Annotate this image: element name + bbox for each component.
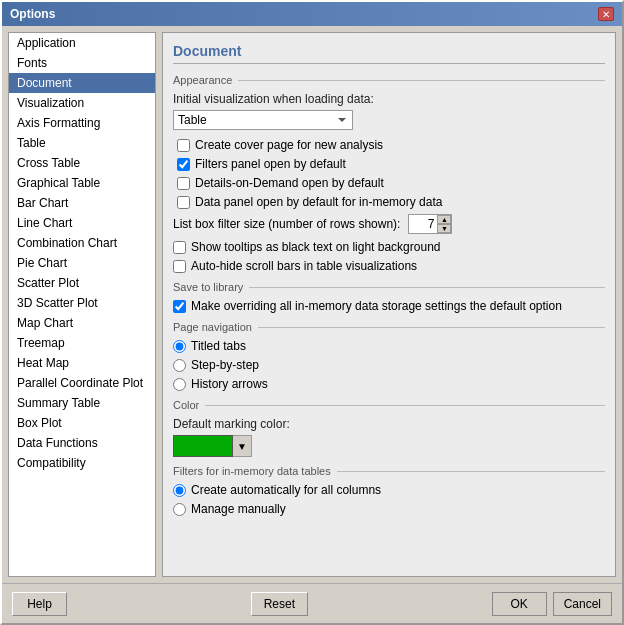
cover-page-checkbox[interactable] — [177, 139, 190, 152]
tooltips-label: Show tooltips as black text on light bac… — [191, 240, 440, 254]
manage-manual-row: Manage manually — [173, 502, 605, 516]
reset-button[interactable]: Reset — [251, 592, 308, 616]
sidebar-item-map-chart[interactable]: Map Chart — [9, 313, 155, 333]
list-box-label: List box filter size (number of rows sho… — [173, 217, 400, 231]
history-arrows-label: History arrows — [191, 377, 268, 391]
titled-tabs-label: Titled tabs — [191, 339, 246, 353]
cover-page-row: Create cover page for new analysis — [177, 138, 605, 152]
scrollbars-label: Auto-hide scroll bars in table visualiza… — [191, 259, 417, 273]
list-box-input[interactable] — [409, 216, 437, 232]
history-arrows-radio[interactable] — [173, 378, 186, 391]
scrollbars-row: Auto-hide scroll bars in table visualiza… — [173, 259, 605, 273]
help-button[interactable]: Help — [12, 592, 67, 616]
sidebar-item-3d-scatter-plot[interactable]: 3D Scatter Plot — [9, 293, 155, 313]
sidebar-item-treemap[interactable]: Treemap — [9, 333, 155, 353]
close-button[interactable]: ✕ — [598, 7, 614, 21]
sidebar-item-graphical-table[interactable]: Graphical Table — [9, 173, 155, 193]
step-by-step-row: Step-by-step — [173, 358, 605, 372]
sidebar-item-combination-chart[interactable]: Combination Chart — [9, 233, 155, 253]
viz-select[interactable]: TableBar ChartLine ChartScatter Plot — [173, 110, 353, 130]
step-by-step-label: Step-by-step — [191, 358, 259, 372]
step-by-step-radio[interactable] — [173, 359, 186, 372]
details-on-demand-row: Details-on-Demand open by default — [177, 176, 605, 190]
details-on-demand-label: Details-on-Demand open by default — [195, 176, 384, 190]
sidebar-item-line-chart[interactable]: Line Chart — [9, 213, 155, 233]
sidebar-item-pie-chart[interactable]: Pie Chart — [9, 253, 155, 273]
data-panel-checkbox[interactable] — [177, 196, 190, 209]
tooltips-checkbox[interactable] — [173, 241, 186, 254]
window-title: Options — [10, 7, 55, 21]
filters-panel-row: Filters panel open by default — [177, 157, 605, 171]
sidebar-item-visualization[interactable]: Visualization — [9, 93, 155, 113]
filters-panel-label: Filters panel open by default — [195, 157, 346, 171]
sidebar-item-bar-chart[interactable]: Bar Chart — [9, 193, 155, 213]
title-bar: Options ✕ — [2, 2, 622, 26]
spinner-up[interactable]: ▲ — [437, 215, 451, 224]
sidebar-item-summary-table[interactable]: Summary Table — [9, 393, 155, 413]
page-nav-radios: Titled tabsStep-by-stepHistory arrows — [173, 339, 605, 391]
save-lib-row: Make overriding all in-memory data stora… — [173, 299, 605, 313]
spinner-buttons: ▲ ▼ — [437, 215, 451, 233]
history-arrows-row: History arrows — [173, 377, 605, 391]
cancel-button[interactable]: Cancel — [553, 592, 612, 616]
scrollbars-checkbox[interactable] — [173, 260, 186, 273]
bottom-bar: Help Reset OK Cancel — [2, 583, 622, 623]
marking-color-label: Default marking color: — [173, 417, 605, 431]
create-auto-radio[interactable] — [173, 484, 186, 497]
sidebar-item-table[interactable]: Table — [9, 133, 155, 153]
sidebar-item-heat-map[interactable]: Heat Map — [9, 353, 155, 373]
color-row: ▼ — [173, 435, 605, 457]
panel-title: Document — [173, 43, 605, 64]
create-auto-row: Create automatically for all columns — [173, 483, 605, 497]
ok-button[interactable]: OK — [492, 592, 547, 616]
color-dropdown-btn[interactable]: ▼ — [233, 435, 252, 457]
manage-manual-label: Manage manually — [191, 502, 286, 516]
color-section-label: Color — [173, 399, 605, 411]
sidebar-item-compatibility[interactable]: Compatibility — [9, 453, 155, 473]
data-panel-label: Data panel open by default for in-memory… — [195, 195, 442, 209]
sidebar-item-application[interactable]: Application — [9, 33, 155, 53]
list-box-row: List box filter size (number of rows sho… — [173, 214, 605, 234]
sidebar-item-fonts[interactable]: Fonts — [9, 53, 155, 73]
filter-radios: Create automatically for all columnsMana… — [173, 483, 605, 516]
sidebar-item-scatter-plot[interactable]: Scatter Plot — [9, 273, 155, 293]
sidebar-item-cross-table[interactable]: Cross Table — [9, 153, 155, 173]
create-auto-label: Create automatically for all columns — [191, 483, 381, 497]
viz-dropdown-container: TableBar ChartLine ChartScatter Plot — [173, 110, 605, 130]
cover-page-label: Create cover page for new analysis — [195, 138, 383, 152]
save-lib-checkbox[interactable] — [173, 300, 186, 313]
sidebar: ApplicationFontsDocumentVisualizationAxi… — [8, 32, 156, 577]
color-swatch[interactable] — [173, 435, 233, 457]
filters-panel-checkbox[interactable] — [177, 158, 190, 171]
save-lib-label: Make overriding all in-memory data stora… — [191, 299, 562, 313]
main-panel: Document Appearance Initial visualizatio… — [162, 32, 616, 577]
options-window: Options ✕ ApplicationFontsDocumentVisual… — [0, 0, 624, 625]
bottom-right-btns: OK Cancel — [492, 592, 612, 616]
viz-field-label: Initial visualization when loading data: — [173, 92, 605, 106]
appearance-checkboxes: Create cover page for new analysisFilter… — [173, 138, 605, 209]
filters-section-label: Filters for in-memory data tables — [173, 465, 605, 477]
content-area: ApplicationFontsDocumentVisualizationAxi… — [2, 26, 622, 583]
titled-tabs-radio[interactable] — [173, 340, 186, 353]
sidebar-item-document[interactable]: Document — [9, 73, 155, 93]
titled-tabs-row: Titled tabs — [173, 339, 605, 353]
manage-manual-radio[interactable] — [173, 503, 186, 516]
tooltips-row: Show tooltips as black text on light bac… — [173, 240, 605, 254]
sidebar-item-parallel-coordinate-plot[interactable]: Parallel Coordinate Plot — [9, 373, 155, 393]
sidebar-item-box-plot[interactable]: Box Plot — [9, 413, 155, 433]
save-section-label: Save to library — [173, 281, 605, 293]
list-box-spinner[interactable]: ▲ ▼ — [408, 214, 452, 234]
sidebar-item-data-functions[interactable]: Data Functions — [9, 433, 155, 453]
spinner-down[interactable]: ▼ — [437, 224, 451, 233]
page-nav-section-label: Page navigation — [173, 321, 605, 333]
appearance-section-label: Appearance — [173, 74, 605, 86]
data-panel-row: Data panel open by default for in-memory… — [177, 195, 605, 209]
sidebar-item-axis-formatting[interactable]: Axis Formatting — [9, 113, 155, 133]
details-on-demand-checkbox[interactable] — [177, 177, 190, 190]
